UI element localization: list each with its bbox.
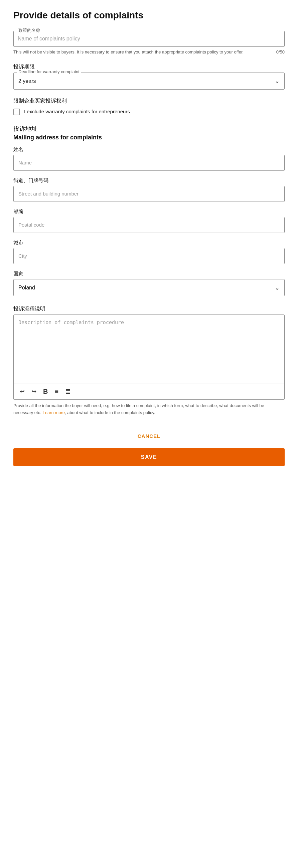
- deadline-section: 投诉期限 Deadline for warranty complaint 2 y…: [13, 63, 285, 90]
- char-count: 0/50: [276, 49, 285, 56]
- name-input-wrapper: [13, 155, 285, 171]
- country-select[interactable]: Poland Germany France United Kingdom Oth…: [14, 279, 284, 296]
- exclude-section: 限制企业买家投诉权利 I exclude warranty complaints…: [13, 98, 285, 116]
- name-input[interactable]: [19, 160, 279, 165]
- country-select-group: Poland Germany France United Kingdom Oth…: [13, 279, 285, 296]
- name-field: 姓名: [13, 146, 285, 171]
- bold-button[interactable]: B: [41, 386, 50, 397]
- undo-button[interactable]: ↩: [18, 386, 27, 396]
- description-section: 投诉流程说明 ↩ ↪ B ≡ ≣ Provide all the informa…: [13, 306, 285, 416]
- exclude-label-cn: 限制企业买家投诉权利: [13, 98, 285, 104]
- street-field: 街道、门牌号码: [13, 178, 285, 202]
- country-label-cn: 国家: [13, 271, 285, 277]
- address-title-en: Mailing address for complaints: [13, 134, 285, 141]
- description-label-cn: 投诉流程说明: [13, 306, 285, 312]
- city-field: 城市: [13, 240, 285, 264]
- exclude-checkbox-row: I exclude warranty complaints for entrep…: [13, 108, 285, 116]
- city-input-wrapper: [13, 248, 285, 264]
- postal-input[interactable]: [19, 222, 279, 227]
- page-title: Provide details of complaints: [13, 10, 285, 21]
- redo-button[interactable]: ↪: [29, 386, 38, 396]
- city-label-cn: 城市: [13, 240, 285, 246]
- policy-name-field-group: 政策的名称: [13, 31, 285, 47]
- postal-input-wrapper: [13, 217, 285, 233]
- policy-name-helper: This will not be visible to buyers. It i…: [13, 49, 285, 56]
- name-label-cn: 姓名: [13, 146, 285, 153]
- description-textarea-wrapper: ↩ ↪ B ≡ ≣: [13, 314, 285, 400]
- editor-toolbar: ↩ ↪ B ≡ ≣: [14, 383, 284, 399]
- cancel-button[interactable]: CANCEL: [124, 429, 174, 443]
- street-label-cn: 街道、门牌号码: [13, 178, 285, 184]
- description-info-text: Provide all the information the buyer wi…: [13, 402, 285, 416]
- deadline-select-group: Deadline for warranty complaint 2 years …: [13, 72, 285, 90]
- ordered-list-button[interactable]: ≣: [63, 386, 73, 397]
- street-input[interactable]: [19, 191, 279, 196]
- learn-more-link[interactable]: Learn more: [42, 410, 64, 415]
- postal-label-cn: 邮编: [13, 209, 285, 215]
- policy-name-floating-label: 政策的名称: [17, 27, 41, 33]
- save-button[interactable]: SAVE: [13, 448, 285, 466]
- address-section: 投诉地址 Mailing address for complaints 姓名 街…: [13, 125, 285, 296]
- deadline-floating-label: Deadline for warranty complaint: [17, 69, 81, 74]
- deadline-select[interactable]: 2 years 1 year 3 years 5 years: [14, 73, 284, 89]
- policy-name-section: 政策的名称 This will not be visible to buyers…: [13, 31, 285, 56]
- unordered-list-button[interactable]: ≡: [53, 386, 61, 397]
- street-input-wrapper: [13, 186, 285, 202]
- info-text-after: , about what to include in the complaint…: [65, 410, 155, 415]
- exclude-checkbox-label: I exclude warranty complaints for entrep…: [24, 108, 130, 116]
- policy-name-helper-text: This will not be visible to buyers. It i…: [13, 49, 273, 56]
- country-section: 国家 Poland Germany France United Kingdom …: [13, 271, 285, 296]
- city-input[interactable]: [19, 253, 279, 259]
- postal-field: 邮编: [13, 209, 285, 233]
- policy-name-input[interactable]: [18, 34, 280, 44]
- address-title-cn: 投诉地址: [13, 125, 285, 133]
- description-textarea[interactable]: [14, 315, 284, 382]
- exclude-checkbox[interactable]: [13, 108, 20, 115]
- actions-section: CANCEL SAVE: [13, 429, 285, 466]
